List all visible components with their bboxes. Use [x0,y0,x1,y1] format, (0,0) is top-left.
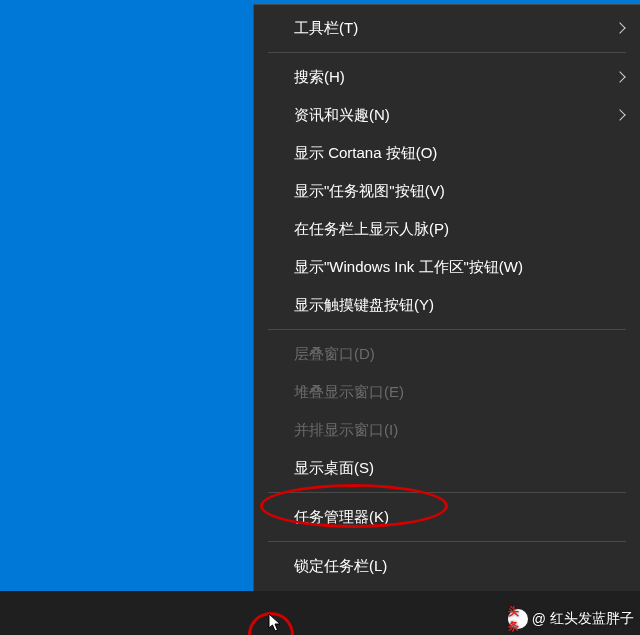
menu-item-task-manager[interactable]: 任务管理器(K) [254,498,640,536]
menu-item-news-interests[interactable]: 资讯和兴趣(N) [254,96,640,134]
menu-item-label: 显示"任务视图"按钮(V) [294,182,445,201]
menu-item-label: 工具栏(T) [294,19,358,38]
menu-item-show-touch-keyboard[interactable]: 显示触摸键盘按钮(Y) [254,286,640,324]
watermark-prefix: @ [532,611,546,627]
menu-item-label: 显示触摸键盘按钮(Y) [294,296,434,315]
menu-separator [268,492,626,493]
menu-separator [268,329,626,330]
menu-item-show-people[interactable]: 在任务栏上显示人脉(P) [254,210,640,248]
menu-item-show-desktop[interactable]: 显示桌面(S) [254,449,640,487]
watermark-badge: 头条 [508,609,528,629]
menu-item-label: 搜索(H) [294,68,345,87]
menu-item-label: 资讯和兴趣(N) [294,106,390,125]
menu-item-label: 在任务栏上显示人脉(P) [294,220,449,239]
menu-separator [268,52,626,53]
menu-item-show-cortana[interactable]: 显示 Cortana 按钮(O) [254,134,640,172]
menu-item-lock-taskbar[interactable]: 锁定任务栏(L) [254,547,640,585]
menu-separator [268,541,626,542]
menu-item-label: 并排显示窗口(I) [294,421,398,440]
menu-item-label: 层叠窗口(D) [294,345,375,364]
menu-item-label: 任务管理器(K) [294,508,389,527]
menu-item-search[interactable]: 搜索(H) [254,58,640,96]
menu-item-cascade-windows: 层叠窗口(D) [254,335,640,373]
menu-item-label: 显示"Windows Ink 工作区"按钮(W) [294,258,523,277]
menu-item-label: 显示桌面(S) [294,459,374,478]
menu-item-label: 堆叠显示窗口(E) [294,383,404,402]
menu-item-show-taskview[interactable]: 显示"任务视图"按钮(V) [254,172,640,210]
watermark: 头条 @ 红头发蓝胖子 [508,609,634,629]
desktop-background: 工具栏(T) 搜索(H) 资讯和兴趣(N) 显示 Cortana 按钮(O) 显… [0,0,640,635]
menu-item-label: 锁定任务栏(L) [294,557,387,576]
watermark-author: 红头发蓝胖子 [550,610,634,628]
menu-item-label: 显示 Cortana 按钮(O) [294,144,437,163]
menu-item-stack-windows: 堆叠显示窗口(E) [254,373,640,411]
menu-item-toolbars[interactable]: 工具栏(T) [254,9,640,47]
taskbar-context-menu: 工具栏(T) 搜索(H) 资讯和兴趣(N) 显示 Cortana 按钮(O) 显… [253,4,640,628]
menu-item-sidebyside-windows: 并排显示窗口(I) [254,411,640,449]
menu-item-show-windows-ink[interactable]: 显示"Windows Ink 工作区"按钮(W) [254,248,640,286]
